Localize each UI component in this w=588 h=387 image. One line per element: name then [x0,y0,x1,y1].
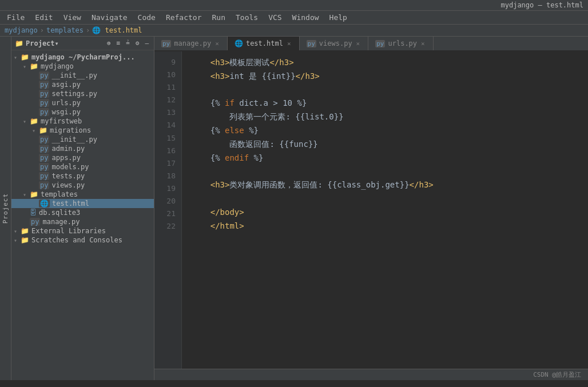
tree-item-migrations[interactable]: ▾📁migrations [11,126,154,135]
tree-item-asgi[interactable]: pyasgi.py [11,80,154,89]
tree-item-urls-pkg[interactable]: pyurls.py [11,98,154,107]
tree-item-apps[interactable]: pyapps.py [11,153,154,162]
tree-label-mydjango-root: mydjango ~/PycharmProj... [31,53,135,61]
sidebar-tab[interactable]: Project [0,37,11,380]
tree-item-__init__-1[interactable]: py__init__.py [11,71,154,80]
tree-arrow-ext-libs: ▾ [14,228,19,234]
menu-item-view[interactable]: View [59,12,86,23]
tree-item-tests[interactable]: pytests.py [11,171,154,181]
tree-item-manage[interactable]: pymanage.py [11,217,154,226]
code-line-20: </body> [191,206,579,220]
tree-icon-tests: py [39,172,49,180]
title-bar: mydjango – test.html [0,0,588,11]
sort-icon[interactable]: ≟ [124,39,132,47]
tree-icon-templates: 📁 [30,190,38,198]
tree-item-views[interactable]: pyviews.py [11,181,154,190]
code-line-16: {% endif %} [191,151,579,165]
menu-item-window[interactable]: Window [288,12,324,23]
line-num-13: 13 [154,106,181,119]
tree-item-db-sqlite3[interactable]: 🗄db.sqlite3 [11,208,154,217]
menu-item-edit[interactable]: Edit [30,12,57,23]
layout-icon[interactable]: ≡ [115,39,122,47]
tree-label-migrations: migrations [50,126,91,134]
tree-icon-db-sqlite3: 🗄 [30,209,37,217]
tree-item-test-html[interactable]: 🌐test.html [11,199,154,208]
settings-icon[interactable]: ⚙ [134,39,141,47]
code-line-13: 列表第一个元素: {{list.0}} [191,110,579,124]
line-num-9: 9 [154,56,181,69]
tree-label-apps: apps.py [51,154,81,162]
line-num-15: 15 [154,132,181,145]
tab-manage-tab[interactable]: pymanage.py× [154,37,228,50]
tree-icon-myfirstweb: 📁 [30,117,38,125]
tree-icon-__init__-1: py [39,71,49,79]
tree-icon-manage: py [30,218,40,226]
tree-item-mydjango-root[interactable]: ▾📁mydjango ~/PycharmProj... [11,53,154,62]
tab-label-views-tab: views.py [319,39,352,47]
code-line-11 [191,83,579,97]
code-line-15: 函数返回值: {{func}} [191,138,579,151]
menu-item-vcs[interactable]: VCS [264,12,286,23]
tree-item-models[interactable]: pymodels.py [11,162,154,171]
code-line-9: <h3>模板层测试</h3> [191,56,579,70]
line-num-20: 20 [154,195,181,208]
tree-label-tests: tests.py [51,172,85,180]
close-panel-icon[interactable]: — [143,39,150,47]
project-header-title: 📁 Project▾ [15,39,103,47]
breadcrumb-testhtml[interactable]: 🌐 test.html [92,26,142,34]
tree-item-mydjango-pkg[interactable]: ▾📁mydjango [11,62,154,71]
line-num-19: 19 [154,182,181,195]
menu-item-tools[interactable]: Tools [231,12,263,23]
code-line-21: </html> [191,220,579,233]
code-area[interactable]: <h3>模板层测试</h3> <h3>int 是 {{int}}</h3> {%… [182,51,588,369]
code-line-14: {% else %} [191,124,579,138]
line-num-14: 14 [154,119,181,131]
tree-item-myfirstweb[interactable]: ▾📁myfirstweb [11,117,154,126]
tree-label-scratches: Scratches and Consoles [31,236,122,244]
tab-icon-manage-tab: py [161,39,171,47]
tab-close-manage-tab[interactable]: × [214,40,220,47]
line-num-17: 17 [154,157,181,170]
tree-container: ▾📁mydjango ~/PycharmProj...▾📁mydjangopy_… [11,50,154,380]
menu-item-refactor[interactable]: Refactor [161,12,206,23]
menu-item-file[interactable]: File [2,12,29,23]
tab-label-manage-tab: manage.py [174,39,211,47]
add-icon[interactable]: ⊕ [105,39,113,47]
breadcrumb-bar: mydjango › templates › 🌐 test.html [0,25,588,37]
tree-item-ext-libs[interactable]: ▾📁External Libraries [11,226,154,236]
breadcrumb-mydjango[interactable]: mydjango [5,26,38,34]
tree-icon-__init__-2: py [39,135,49,143]
tree-arrow-mydjango-root: ▾ [14,54,19,61]
tab-close-urls-tab[interactable]: × [420,40,426,47]
menu-item-navigate[interactable]: Navigate [87,12,132,23]
tree-item-admin[interactable]: pyadmin.py [11,144,154,153]
tab-views-tab[interactable]: pyviews.py× [300,37,369,50]
tab-icon-urls-tab: py [375,39,385,47]
breadcrumb-templates[interactable]: templates [46,26,84,34]
tree-icon-urls-pkg: py [39,99,49,107]
tree-item-scratches[interactable]: ▾📁Scratches and Consoles [11,236,154,245]
tab-test-html-tab[interactable]: 🌐test.html× [228,37,300,50]
menu-item-help[interactable]: Help [325,12,352,23]
line-num-18: 18 [154,170,181,182]
tree-item-settings[interactable]: pysettings.py [11,89,154,98]
tree-item-__init__-2[interactable]: py__init__.py [11,135,154,144]
menu-item-run[interactable]: Run [208,12,230,23]
sidebar-tab-label: Project [2,193,9,224]
tab-urls-tab[interactable]: pyurls.py× [368,37,433,50]
tree-icon-apps: py [39,154,49,162]
tab-close-test-html-tab[interactable]: × [286,40,292,47]
tree-icon-mydjango-pkg: 📁 [30,62,38,70]
tree-icon-mydjango-root: 📁 [21,53,29,61]
main-layout: Project 📁 Project▾ ⊕ ≡ ≟ ⚙ — ▾📁mydjango … [0,37,588,380]
tree-icon-admin: py [39,145,49,153]
menu-item-code[interactable]: Code [133,12,160,23]
tab-icon-test-html-tab: 🌐 [235,39,243,47]
editor-content[interactable]: 910111213141516171819202122 <h3>模板层测试</h… [154,51,588,369]
code-line-12: {% if dict.a > 10 %} [191,97,579,110]
tree-item-templates[interactable]: ▾📁templates [11,190,154,199]
tab-close-views-tab[interactable]: × [355,40,361,47]
line-num-11: 11 [154,81,181,94]
tree-item-wsgi[interactable]: pywsgi.py [11,107,154,117]
status-bar: CSDN @皓月盈江 [154,369,588,380]
